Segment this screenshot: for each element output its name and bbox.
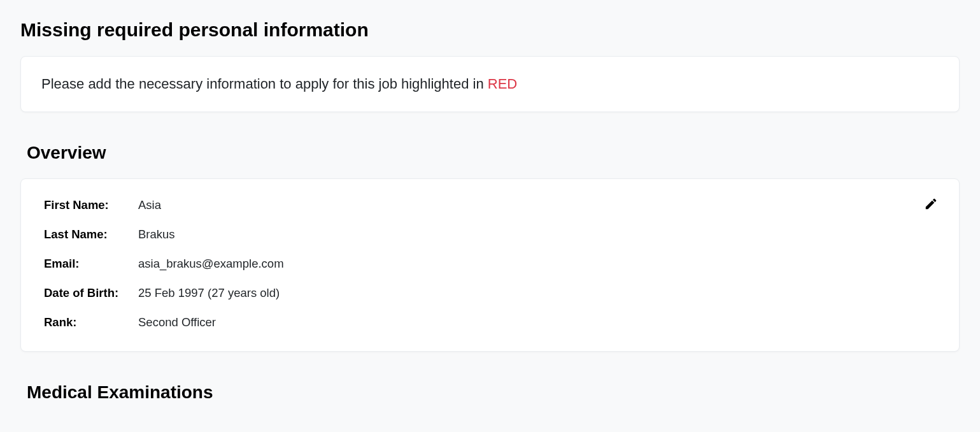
field-row-rank: Rank: Second Officer (44, 315, 936, 329)
email-value: asia_brakus@example.com (138, 257, 284, 271)
field-row-first-name: First Name: Asia (44, 198, 936, 212)
page-title: Missing required personal information (20, 19, 960, 41)
rank-value: Second Officer (138, 315, 216, 329)
alert-highlight: RED (488, 76, 517, 92)
medical-title: Medical Examinations (27, 382, 960, 403)
overview-card: First Name: Asia Last Name: Brakus Email… (20, 178, 960, 352)
alert-text: Please add the necessary information to … (41, 76, 939, 92)
rank-label: Rank: (44, 315, 138, 329)
edit-overview-button[interactable] (923, 197, 939, 212)
overview-title: Overview (27, 143, 960, 163)
field-row-dob: Date of Birth: 25 Feb 1997 (27 years old… (44, 286, 936, 300)
dob-value: 25 Feb 1997 (27 years old) (138, 286, 280, 300)
field-row-last-name: Last Name: Brakus (44, 227, 936, 241)
dob-label: Date of Birth: (44, 286, 138, 300)
first-name-label: First Name: (44, 198, 138, 212)
first-name-value: Asia (138, 198, 161, 212)
last-name-value: Brakus (138, 227, 175, 241)
alert-card: Please add the necessary information to … (20, 56, 960, 112)
last-name-label: Last Name: (44, 227, 138, 241)
email-label: Email: (44, 257, 138, 271)
field-row-email: Email: asia_brakus@example.com (44, 257, 936, 271)
pencil-icon (924, 197, 938, 213)
alert-prefix: Please add the necessary information to … (41, 76, 488, 92)
